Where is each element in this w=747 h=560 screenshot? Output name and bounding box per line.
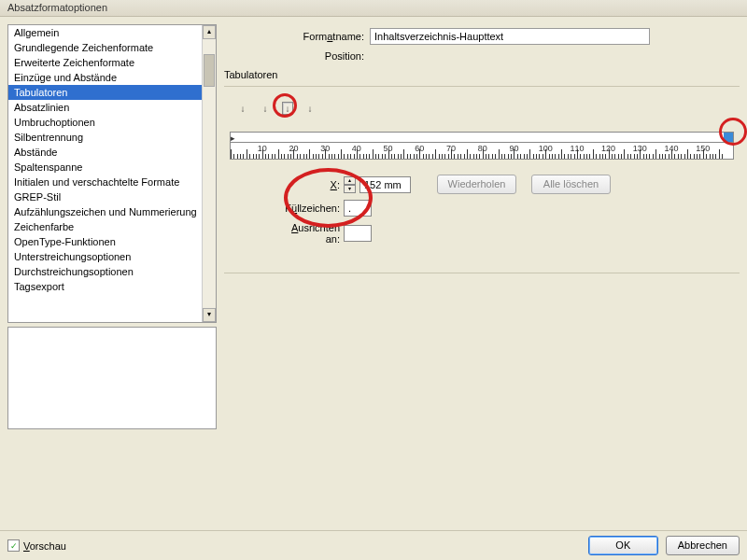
sidebar-item-5[interactable]: Absatzlinien [8,100,203,115]
sidebar-item-1[interactable]: Grundlegende Zeichenformate [8,40,203,55]
category-listbox[interactable]: AllgemeinGrundlegende ZeichenformateErwe… [7,24,217,323]
preview-box [7,327,217,429]
formatname-label: Formatname: [224,31,364,42]
sidebar-item-7[interactable]: Silbentrennung [8,130,203,145]
sidebar-item-14[interactable]: OpenType-Funktionen [8,234,203,249]
sidebar-item-6[interactable]: Umbruchoptionen [8,115,203,130]
sidebar-item-13[interactable]: Zeichenfarbe [8,219,203,234]
tab-decimal-icon[interactable]: ↓ [304,102,316,115]
position-label: Position: [224,50,364,62]
cancel-button[interactable]: Abbrechen [666,536,740,555]
scroll-thumb[interactable] [204,54,215,87]
spin-up-icon[interactable]: ▴ [344,176,356,185]
ruler-tab-marker[interactable] [724,133,733,142]
ruler[interactable]: ▸ 102030405060708090100110120130140150 [230,132,734,160]
tab-panel: ↓ ↓ ↓ ↓ ▸ 102030405060708090100110120130… [224,86,740,273]
sidebar-item-9[interactable]: Spaltenspanne [8,160,203,175]
x-input[interactable] [359,176,411,193]
dialog-content: AllgemeinGrundlegende ZeichenformateErwe… [0,17,747,539]
repeat-button[interactable]: Wiederholen [437,175,516,194]
spin-down-icon[interactable]: ▾ [344,185,356,193]
preview-checkbox[interactable]: ✓ [7,539,20,552]
sidebar: AllgemeinGrundlegende ZeichenformateErwe… [7,24,217,532]
sidebar-item-16[interactable]: Durchstreichungsoptionen [8,264,203,279]
x-label: X: [276,179,340,190]
fill-label: Füllzeichen: [276,203,340,214]
clear-all-button[interactable]: Alle löschen [531,175,611,194]
sidebar-item-12[interactable]: Aufzählungszeichen und Nummerierung [8,204,203,219]
ruler-indent-marker[interactable]: ▸ [231,133,235,143]
sidebar-item-3[interactable]: Einzüge und Abstände [8,70,203,85]
tab-align-buttons: ↓ ↓ ↓ ↓ [237,102,734,115]
sidebar-item-0[interactable]: Allgemein [8,25,203,40]
align-input[interactable] [344,225,372,242]
formatname-input[interactable] [370,28,650,45]
main-panel: Formatname: Position: Tabulatoren ↓ ↓ ↓ … [224,24,740,532]
tab-left-icon[interactable]: ↓ [237,102,248,115]
tab-center-icon[interactable]: ↓ [260,102,271,115]
sidebar-item-11[interactable]: GREP-Stil [8,189,203,204]
ok-button[interactable]: OK [588,536,658,555]
sidebar-item-10[interactable]: Initialen und verschachtelte Formate [8,175,203,189]
sidebar-item-17[interactable]: Tagsexport [8,279,203,294]
x-spinner[interactable]: ▴ ▾ [344,176,356,193]
preview-checkbox-wrap[interactable]: ✓ Vorschau [7,539,66,552]
scroll-up-icon[interactable]: ▴ [203,25,216,39]
tab-right-icon[interactable]: ↓ [282,102,293,115]
sidebar-item-2[interactable]: Erweiterte Zeichenformate [8,55,203,70]
align-label: Ausrichten an: [276,222,340,245]
preview-label: Vorschau [23,540,66,552]
window-titlebar: Absatzformatoptionen [0,0,747,17]
sidebar-item-15[interactable]: Unterstreichungsoptionen [8,249,203,264]
sidebar-item-8[interactable]: Abstände [8,145,203,160]
sidebar-item-4[interactable]: Tabulatoren [8,85,203,100]
dialog-footer: ✓ Vorschau OK Abbrechen [0,530,747,560]
listbox-scrollbar[interactable]: ▴ ▾ [202,25,216,322]
fill-input[interactable] [344,200,372,217]
section-title: Tabulatoren [224,69,740,80]
scroll-down-icon[interactable]: ▾ [203,308,216,322]
